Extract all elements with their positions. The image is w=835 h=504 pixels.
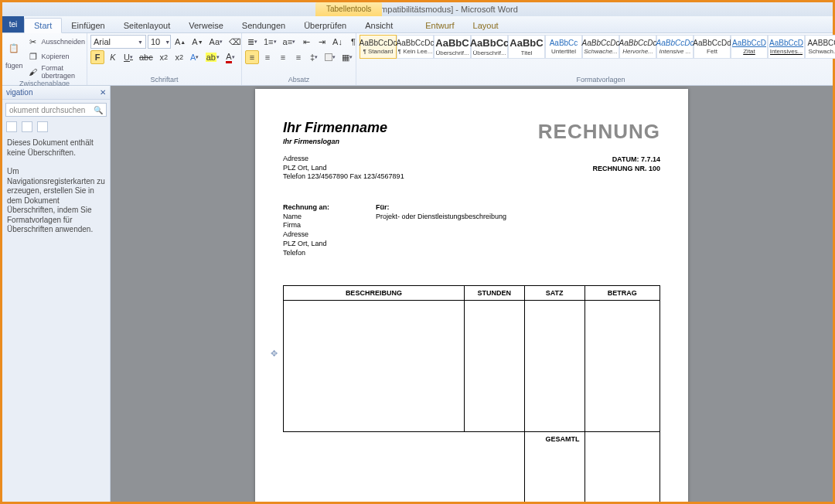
tab-review[interactable]: Überprüfen <box>295 19 356 32</box>
tab-insert[interactable]: Einfügen <box>62 19 114 32</box>
th-amount[interactable]: BETRAG <box>584 286 659 301</box>
format-painter-button[interactable]: 🖌 <box>26 65 40 79</box>
justify-button[interactable]: ≡ <box>291 50 305 64</box>
decrease-indent-button[interactable]: ⇤ <box>299 35 313 49</box>
group-paragraph: ≣▾ 1≡▾ a≡▾ ⇤ ⇥ A↓ ¶ ≡ ≡ ≡ ≡ ‡▾ ▾ ▦▾ <box>242 33 356 85</box>
document-scroll-area[interactable]: ✥ Ihr Firmenname Ihr Firmenslogan Adress… <box>111 86 833 502</box>
cut-button[interactable]: ✂ <box>26 35 40 49</box>
table-anchor-icon[interactable]: ✥ <box>271 349 278 359</box>
align-right-button[interactable]: ≡ <box>276 50 290 64</box>
copy-button[interactable]: ❐ <box>26 49 40 63</box>
style-item-9[interactable]: AaBbCcDdFett <box>694 35 731 59</box>
style-item-11[interactable]: AaBbCcDIntensives... <box>768 35 805 59</box>
style-item-0[interactable]: AaBbCcDc¶ Standard <box>360 35 397 59</box>
tab-view[interactable]: Ansicht <box>356 19 402 32</box>
style-item-3[interactable]: AaBbCcÜberschrif... <box>471 35 508 59</box>
ribbon: 📋 fügen ✂Ausschneiden ❐Kopieren 🖌Format … <box>2 33 833 86</box>
superscript-button[interactable]: x2 <box>172 50 186 64</box>
style-item-5[interactable]: AaBbCcUntertitel <box>545 35 582 59</box>
bill-to-block[interactable]: Rechnung an: Name Firma Adresse PLZ Ort,… <box>283 203 329 257</box>
style-item-8[interactable]: AaBbCcDcIntensive ... <box>656 35 694 59</box>
style-item-7[interactable]: AaBbCcDcHervorhe... <box>619 35 656 59</box>
clear-formatting-button[interactable]: ⌫ <box>227 35 244 49</box>
tab-start[interactable]: Start <box>24 18 62 33</box>
total-value[interactable] <box>584 432 659 502</box>
line-spacing-button[interactable]: ‡▾ <box>307 50 321 64</box>
underline-button[interactable]: U▾ <box>121 50 135 64</box>
align-center-button[interactable]: ≡ <box>261 50 274 64</box>
scissors-icon: ✂ <box>29 37 36 47</box>
nav-pages-view[interactable] <box>22 121 32 132</box>
style-item-2[interactable]: AaBbCÜberschrif... <box>434 35 471 59</box>
style-item-4[interactable]: AaBbCTitel <box>508 35 545 59</box>
nav-results-view[interactable] <box>37 121 48 132</box>
nav-message-2: Um Navigationsregisterkarten zu erzeugen… <box>2 162 110 240</box>
invoice-title[interactable]: RECHNUNG <box>538 120 660 144</box>
nav-search-input[interactable]: okument durchsuchen 🔍 <box>5 103 107 117</box>
table-header-row: BESCHREIBUNG STUNDEN SATZ BETRAG <box>284 286 660 301</box>
total-row[interactable]: GESAMTL <box>284 432 660 502</box>
increase-indent-button[interactable]: ⇥ <box>315 35 329 49</box>
style-item-12[interactable]: AABBCCSchwach... <box>805 35 835 59</box>
borders-button[interactable]: ▦▾ <box>339 50 355 64</box>
th-hours[interactable]: STUNDEN <box>464 286 524 301</box>
paste-button[interactable]: 📋 <box>5 35 22 61</box>
tab-table-layout[interactable]: Layout <box>464 19 508 32</box>
document-page[interactable]: ✥ Ihr Firmenname Ihr Firmenslogan Adress… <box>255 89 688 502</box>
tab-table-design[interactable]: Entwurf <box>416 19 463 32</box>
font-size-select[interactable]: 10▼ <box>148 35 171 49</box>
th-description[interactable]: BESCHREIBUNG <box>284 286 465 301</box>
chevron-down-icon: ▼ <box>138 39 143 45</box>
ribbon-tabs: tei Start Einfügen Seitenlayout Verweise… <box>2 16 833 33</box>
table-row[interactable] <box>284 301 660 432</box>
company-slogan[interactable]: Ihr Firmenslogan <box>283 138 404 145</box>
invoice-meta[interactable]: DATUM: 7.7.14 RECHNUNG NR. 100 <box>538 155 660 173</box>
subscript-button[interactable]: x2 <box>157 50 171 64</box>
style-item-10[interactable]: AaBbCcDZitat <box>731 35 768 59</box>
font-name-select[interactable]: Arial▼ <box>90 35 146 49</box>
align-left-button[interactable]: ≡ <box>245 50 259 64</box>
total-label[interactable]: GESAMTL <box>524 432 584 502</box>
numbering-button[interactable]: 1≡▾ <box>261 35 279 49</box>
chevron-down-icon: ▼ <box>165 39 170 45</box>
nav-headings-view[interactable] <box>6 121 17 132</box>
italic-button[interactable]: K <box>106 50 120 64</box>
tab-pagelayout[interactable]: Seitenlayout <box>114 19 180 32</box>
tab-file[interactable]: tei <box>2 15 24 32</box>
group-label-paragraph: Absatz <box>245 76 353 84</box>
style-item-1[interactable]: AaBbCcDc¶ Kein Lee... <box>397 35 434 59</box>
cell-rate[interactable] <box>524 301 584 432</box>
company-address[interactable]: Adresse PLZ Ort, Land Telefon 123/456789… <box>283 155 404 182</box>
grow-font-button[interactable]: A▲ <box>172 35 188 49</box>
highlight-button[interactable]: ab▾ <box>203 50 222 64</box>
cell-hours[interactable] <box>464 301 524 432</box>
cell-description[interactable] <box>284 301 465 432</box>
company-name[interactable]: Ihr Firmenname <box>283 120 404 136</box>
contextual-tab-label: Tabellentools <box>315 2 382 16</box>
cell-amount[interactable] <box>584 301 659 432</box>
strikethrough-button[interactable]: abc <box>137 50 155 64</box>
close-icon[interactable]: ✕ <box>100 88 106 97</box>
th-rate[interactable]: SATZ <box>524 286 584 301</box>
format-painter-label: Format übertragen <box>42 64 86 80</box>
change-case-button[interactable]: Aa▾ <box>207 35 225 49</box>
bold-button[interactable]: F <box>90 50 104 64</box>
multilevel-button[interactable]: a≡▾ <box>281 35 298 49</box>
tab-references[interactable]: Verweise <box>179 19 233 32</box>
bullets-button[interactable]: ≣▾ <box>245 35 260 49</box>
invoice-table[interactable]: BESCHREIBUNG STUNDEN SATZ BETRAG <box>283 285 660 502</box>
font-color-button[interactable]: A▾ <box>223 50 237 64</box>
style-gallery[interactable]: AaBbCcDc¶ StandardAaBbCcDc¶ Kein Lee...A… <box>360 35 835 59</box>
style-item-6[interactable]: AaBbCcDcSchwache... <box>582 35 619 59</box>
group-font: Arial▼ 10▼ A▲ A▼ Aa▾ ⌫ F K U▾ abc x2 x2 … <box>87 33 242 85</box>
sort-button[interactable]: A↓ <box>330 35 345 49</box>
workspace: vigation ✕ okument durchsuchen 🔍 Dieses … <box>2 86 833 502</box>
tab-mailings[interactable]: Sendungen <box>233 19 295 32</box>
shading-button[interactable]: ▾ <box>322 50 338 64</box>
for-block[interactable]: Für: Projekt- oder Dienstleistungsbeschr… <box>376 203 506 257</box>
shrink-font-button[interactable]: A▼ <box>189 35 205 49</box>
text-effects-button[interactable]: A▾ <box>188 50 202 64</box>
search-icon: 🔍 <box>94 106 103 114</box>
nav-view-switch <box>2 120 110 134</box>
eraser-icon: ⌫ <box>229 37 241 47</box>
